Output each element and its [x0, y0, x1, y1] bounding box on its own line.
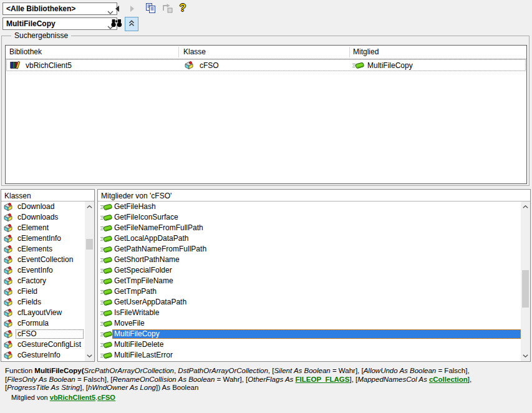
search-results-header-row: Bibliothek Klasse Mitglied — [6, 46, 526, 59]
class-list-item[interactable]: cElementInfo — [1, 233, 85, 244]
members-scrollbar[interactable] — [521, 202, 530, 361]
class-item-label: cElement — [16, 223, 51, 233]
library-scope-combobox[interactable]: <Alle Bibliotheken> — [2, 2, 117, 15]
method-icon — [100, 224, 112, 232]
member-list-item[interactable]: MultiFileDelete — [98, 339, 521, 350]
class-list-item[interactable]: cDownload — [1, 202, 85, 212]
go-forward-button — [127, 4, 138, 14]
class-list-item[interactable]: cElements — [1, 244, 85, 255]
class-list-item[interactable]: cFactory — [1, 276, 85, 286]
member-list-item[interactable]: MultiFileLastError — [98, 350, 521, 361]
class-icon — [3, 330, 16, 338]
class-item-label: cElementInfo — [16, 234, 63, 243]
copy-button[interactable] — [144, 2, 158, 15]
class-icon — [3, 309, 16, 317]
member-list-item[interactable]: GetTmpFileName — [98, 276, 521, 286]
member-list-item-selected[interactable]: MultiFileCopy — [98, 329, 521, 339]
scroll-up-button[interactable] — [85, 202, 94, 211]
member-list-item[interactable]: GetLocalAppDataPath — [98, 233, 521, 244]
library-link-vbrichclient5[interactable]: vbRichClient5 — [50, 394, 95, 401]
class-list-item[interactable]: cGestureInfo — [1, 350, 85, 361]
class-item-label: cfLayoutView — [16, 308, 64, 318]
search-results-group-label: Suchergebnisse — [11, 31, 71, 40]
class-list-item[interactable]: cEventInfo — [1, 265, 85, 276]
class-list-item[interactable]: cfLayoutView — [1, 308, 85, 318]
member-item-label: MultiFileCopy — [112, 329, 521, 339]
scroll-down-button[interactable] — [521, 351, 530, 361]
class-list-item[interactable]: cDownloads — [1, 212, 85, 223]
search-text-combobox[interactable]: MultiFileCopy — [2, 17, 117, 30]
class-item-label: cGestureConfigList — [16, 340, 83, 349]
member-list-item[interactable]: GetPathNameFromFullPath — [98, 244, 521, 255]
member-item-label: MoveFile — [112, 319, 147, 328]
member-list-item[interactable]: GetFileHash — [98, 202, 521, 212]
method-icon — [100, 341, 112, 349]
help-button[interactable]: ? — [177, 1, 188, 15]
method-icon — [100, 235, 112, 243]
signature-line: [FilesOnly As Boolean = Falsch], [Rename… — [5, 376, 516, 384]
class-item-label: cEventCollection — [16, 255, 75, 265]
go-back-button[interactable] — [112, 4, 123, 14]
members-list: GetFileHash GetFileIconSurface GetFileNa… — [98, 202, 521, 361]
scrollbar-thumb[interactable] — [522, 270, 529, 308]
result-class: cFSO — [200, 61, 219, 70]
class-icon — [3, 266, 16, 275]
member-list-item[interactable]: IsFileWritable — [98, 308, 521, 318]
class-icon — [3, 288, 16, 296]
class-icon — [3, 203, 16, 211]
class-icon — [3, 235, 16, 243]
class-list-item[interactable]: cField — [1, 286, 85, 297]
class-list-item[interactable]: cFields — [1, 297, 85, 308]
member-list-item[interactable]: MoveFile — [98, 318, 521, 329]
search-text-value: MultiFileCopy — [6, 19, 56, 28]
class-list-item[interactable]: cEventCollection — [1, 255, 85, 265]
type-link-fileop-flags[interactable]: FILEOP_FLAGS — [296, 376, 350, 383]
method-icon — [352, 61, 364, 69]
class-icon — [3, 256, 16, 264]
member-list-item[interactable]: GetFileIconSurface — [98, 212, 521, 223]
member-list-item[interactable]: GetFileNameFromFullPath — [98, 223, 521, 233]
class-item-label: cDownload — [16, 202, 56, 211]
member-list-item[interactable]: GetUserAppDataPath — [98, 297, 521, 308]
class-list-item-focused[interactable]: cFSO — [1, 329, 85, 339]
scroll-down-button[interactable] — [85, 351, 94, 361]
classes-pane-header: Klassen — [1, 190, 94, 202]
classes-scrollbar[interactable] — [85, 202, 94, 361]
signature-line: [ProgressTitle As String], [hWndOwner As… — [5, 384, 516, 392]
class-icon — [3, 319, 16, 328]
column-divider — [349, 47, 350, 57]
class-link-cfso[interactable]: cFSO — [97, 394, 115, 401]
member-item-label: GetPathNameFromFullPath — [112, 245, 208, 254]
method-icon — [100, 256, 112, 264]
method-icon — [100, 351, 112, 359]
method-icon — [100, 245, 112, 253]
class-icon — [3, 298, 16, 306]
scroll-up-button[interactable] — [521, 202, 530, 211]
scrollbar-thumb[interactable] — [86, 239, 93, 250]
class-list-item[interactable]: cFormula — [1, 318, 85, 329]
member-item-label: GetFileHash — [112, 202, 158, 211]
search-result-row[interactable]: vbRichClient5 cFSO MultiFileCopy — [6, 59, 526, 71]
member-list-item[interactable]: GetShortPathName — [98, 255, 521, 265]
back-arrow-icon — [115, 6, 119, 12]
forward-arrow-icon — [130, 6, 134, 12]
member-list-item[interactable]: GetSpecialFolder — [98, 265, 521, 276]
member-item-label: GetSpecialFolder — [112, 266, 174, 275]
members-pane: Mitglieder von 'cFSO' GetFileHash GetFil… — [97, 189, 531, 362]
search-button[interactable] — [110, 18, 123, 29]
type-link-ccollection[interactable]: cCollection — [429, 376, 468, 383]
member-item-label: GetTmpFileName — [112, 276, 175, 286]
hide-search-results-button[interactable] — [125, 17, 138, 31]
method-icon — [100, 266, 112, 275]
library-icon — [10, 61, 22, 69]
method-icon — [100, 319, 112, 328]
member-list-item[interactable]: GetTmpPath — [98, 286, 521, 297]
binoculars-search-icon — [110, 18, 123, 30]
view-definition-button — [161, 2, 175, 15]
view-definition-icon — [162, 2, 174, 16]
method-icon — [100, 203, 112, 211]
classes-list: cDownload cDownloads cElement cElementIn… — [1, 202, 85, 361]
class-item-label: cElements — [16, 245, 54, 254]
class-list-item[interactable]: cGestureConfigList — [1, 339, 85, 350]
class-list-item[interactable]: cElement — [1, 223, 85, 233]
